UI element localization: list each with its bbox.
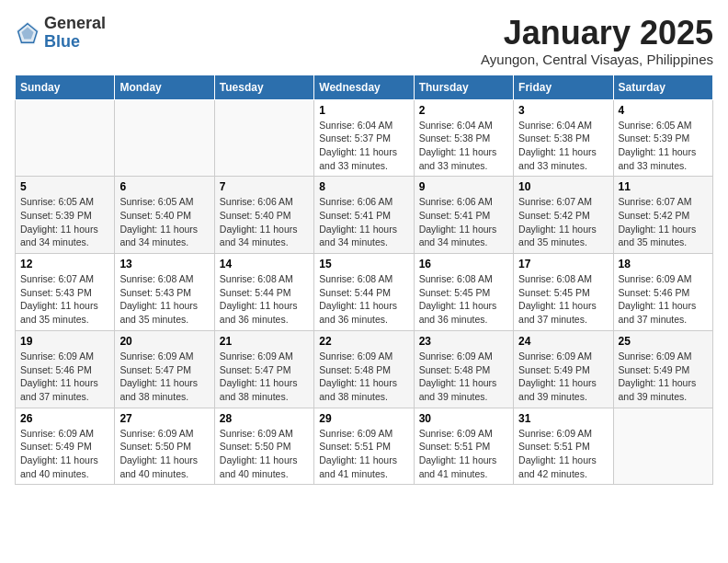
day-number: 4 (619, 104, 708, 117)
day-info: Sunrise: 6:09 AM Sunset: 5:46 PM Dayligh… (20, 350, 109, 404)
calendar-cell: 25Sunrise: 6:09 AM Sunset: 5:49 PM Dayli… (613, 330, 712, 408)
day-header-saturday: Saturday (613, 75, 712, 99)
day-info: Sunrise: 6:08 AM Sunset: 5:44 PM Dayligh… (319, 272, 408, 327)
day-number: 10 (518, 180, 608, 193)
week-row-1: 1Sunrise: 6:04 AM Sunset: 5:37 PM Daylig… (16, 99, 713, 177)
calendar-cell: 30Sunrise: 6:09 AM Sunset: 5:51 PM Dayli… (414, 408, 513, 485)
day-number: 26 (20, 412, 109, 425)
day-number: 28 (220, 412, 309, 425)
day-info: Sunrise: 6:08 AM Sunset: 5:43 PM Dayligh… (119, 272, 209, 327)
week-row-2: 5Sunrise: 6:05 AM Sunset: 5:39 PM Daylig… (16, 177, 713, 254)
calendar-cell: 22Sunrise: 6:09 AM Sunset: 5:48 PM Dayli… (314, 330, 414, 408)
logo-blue-label: Blue (44, 33, 106, 52)
day-number: 9 (419, 180, 508, 193)
title-block: January 2025 Ayungon, Central Visayas, P… (481, 15, 713, 67)
calendar-cell: 23Sunrise: 6:09 AM Sunset: 5:48 PM Dayli… (414, 330, 513, 408)
day-info: Sunrise: 6:09 AM Sunset: 5:49 PM Dayligh… (518, 350, 608, 404)
day-number: 21 (220, 335, 309, 348)
day-info: Sunrise: 6:05 AM Sunset: 5:39 PM Dayligh… (619, 119, 708, 173)
day-info: Sunrise: 6:07 AM Sunset: 5:42 PM Dayligh… (518, 195, 608, 249)
month-title: January 2025 (481, 15, 713, 52)
calendar-cell: 31Sunrise: 6:09 AM Sunset: 5:51 PM Dayli… (514, 408, 613, 485)
calendar-cell: 3Sunrise: 6:04 AM Sunset: 5:38 PM Daylig… (514, 99, 613, 177)
calendar-header: SundayMondayTuesdayWednesdayThursdayFrid… (16, 75, 713, 99)
day-header-friday: Friday (514, 75, 613, 99)
day-info: Sunrise: 6:06 AM Sunset: 5:41 PM Dayligh… (319, 195, 408, 249)
location-title: Ayungon, Central Visayas, Philippines (481, 52, 713, 67)
week-row-3: 12Sunrise: 6:07 AM Sunset: 5:43 PM Dayli… (16, 254, 713, 331)
calendar-cell: 19Sunrise: 6:09 AM Sunset: 5:46 PM Dayli… (16, 330, 115, 408)
calendar-cell: 5Sunrise: 6:05 AM Sunset: 5:39 PM Daylig… (16, 177, 115, 254)
calendar-cell: 1Sunrise: 6:04 AM Sunset: 5:37 PM Daylig… (314, 99, 414, 177)
day-header-tuesday: Tuesday (214, 75, 313, 99)
calendar-cell: 18Sunrise: 6:09 AM Sunset: 5:46 PM Dayli… (613, 254, 712, 331)
day-number: 30 (419, 412, 508, 425)
calendar-cell: 10Sunrise: 6:07 AM Sunset: 5:42 PM Dayli… (514, 177, 613, 254)
day-header-monday: Monday (115, 75, 214, 99)
calendar-cell: 27Sunrise: 6:09 AM Sunset: 5:50 PM Dayli… (115, 408, 214, 485)
day-info: Sunrise: 6:09 AM Sunset: 5:48 PM Dayligh… (319, 350, 408, 404)
calendar-cell: 6Sunrise: 6:05 AM Sunset: 5:40 PM Daylig… (115, 177, 214, 254)
calendar-cell: 20Sunrise: 6:09 AM Sunset: 5:47 PM Dayli… (115, 330, 214, 408)
calendar-cell: 9Sunrise: 6:06 AM Sunset: 5:41 PM Daylig… (414, 177, 513, 254)
day-info: Sunrise: 6:04 AM Sunset: 5:37 PM Dayligh… (319, 119, 408, 173)
header-row: SundayMondayTuesdayWednesdayThursdayFrid… (16, 75, 713, 99)
week-row-5: 26Sunrise: 6:09 AM Sunset: 5:49 PM Dayli… (16, 408, 713, 485)
day-info: Sunrise: 6:09 AM Sunset: 5:46 PM Dayligh… (619, 272, 708, 327)
day-number: 6 (119, 180, 209, 193)
day-number: 13 (119, 258, 209, 270)
calendar-cell (214, 99, 313, 177)
day-header-wednesday: Wednesday (314, 75, 414, 99)
day-number: 3 (518, 104, 608, 117)
calendar-cell: 2Sunrise: 6:04 AM Sunset: 5:38 PM Daylig… (414, 99, 513, 177)
calendar-cell: 17Sunrise: 6:08 AM Sunset: 5:45 PM Dayli… (514, 254, 613, 331)
week-row-4: 19Sunrise: 6:09 AM Sunset: 5:46 PM Dayli… (16, 330, 713, 408)
calendar-cell: 15Sunrise: 6:08 AM Sunset: 5:44 PM Dayli… (314, 254, 414, 331)
day-info: Sunrise: 6:09 AM Sunset: 5:49 PM Dayligh… (619, 350, 708, 404)
calendar-cell (16, 99, 115, 177)
day-info: Sunrise: 6:08 AM Sunset: 5:44 PM Dayligh… (220, 272, 309, 327)
day-info: Sunrise: 6:06 AM Sunset: 5:41 PM Dayligh… (419, 195, 508, 249)
calendar-cell (613, 408, 712, 485)
day-info: Sunrise: 6:09 AM Sunset: 5:48 PM Dayligh… (419, 350, 508, 404)
calendar-cell: 11Sunrise: 6:07 AM Sunset: 5:42 PM Dayli… (613, 177, 712, 254)
day-info: Sunrise: 6:05 AM Sunset: 5:40 PM Dayligh… (119, 195, 209, 249)
day-info: Sunrise: 6:07 AM Sunset: 5:43 PM Dayligh… (20, 272, 109, 327)
logo-icon (15, 20, 40, 46)
day-info: Sunrise: 6:04 AM Sunset: 5:38 PM Dayligh… (419, 119, 508, 173)
day-info: Sunrise: 6:05 AM Sunset: 5:39 PM Dayligh… (20, 195, 109, 249)
day-number: 12 (20, 258, 109, 270)
day-info: Sunrise: 6:06 AM Sunset: 5:40 PM Dayligh… (220, 195, 309, 249)
day-number: 7 (220, 180, 309, 193)
calendar-cell: 13Sunrise: 6:08 AM Sunset: 5:43 PM Dayli… (115, 254, 214, 331)
calendar-cell: 16Sunrise: 6:08 AM Sunset: 5:45 PM Dayli… (414, 254, 513, 331)
day-number: 23 (419, 335, 508, 348)
day-number: 29 (319, 412, 408, 425)
day-number: 17 (518, 258, 608, 270)
logo-text: General Blue (44, 15, 106, 52)
calendar-cell: 21Sunrise: 6:09 AM Sunset: 5:47 PM Dayli… (214, 330, 313, 408)
day-info: Sunrise: 6:09 AM Sunset: 5:47 PM Dayligh… (220, 350, 309, 404)
calendar-cell: 26Sunrise: 6:09 AM Sunset: 5:49 PM Dayli… (16, 408, 115, 485)
day-info: Sunrise: 6:09 AM Sunset: 5:51 PM Dayligh… (419, 427, 508, 481)
day-info: Sunrise: 6:07 AM Sunset: 5:42 PM Dayligh… (619, 195, 708, 249)
calendar-cell: 12Sunrise: 6:07 AM Sunset: 5:43 PM Dayli… (16, 254, 115, 331)
calendar-cell: 24Sunrise: 6:09 AM Sunset: 5:49 PM Dayli… (514, 330, 613, 408)
calendar-table: SundayMondayTuesdayWednesdayThursdayFrid… (15, 75, 713, 486)
day-number: 31 (518, 412, 608, 425)
day-info: Sunrise: 6:09 AM Sunset: 5:47 PM Dayligh… (119, 350, 209, 404)
day-info: Sunrise: 6:09 AM Sunset: 5:51 PM Dayligh… (319, 427, 408, 481)
day-info: Sunrise: 6:09 AM Sunset: 5:50 PM Dayligh… (220, 427, 309, 481)
day-header-sunday: Sunday (16, 75, 115, 99)
calendar-cell: 4Sunrise: 6:05 AM Sunset: 5:39 PM Daylig… (613, 99, 712, 177)
day-number: 24 (518, 335, 608, 348)
page-header: General Blue January 2025 Ayungon, Centr… (15, 15, 713, 67)
day-info: Sunrise: 6:09 AM Sunset: 5:49 PM Dayligh… (20, 427, 109, 481)
calendar-cell: 29Sunrise: 6:09 AM Sunset: 5:51 PM Dayli… (314, 408, 414, 485)
day-number: 2 (419, 104, 508, 117)
day-info: Sunrise: 6:04 AM Sunset: 5:38 PM Dayligh… (518, 119, 608, 173)
calendar-cell: 28Sunrise: 6:09 AM Sunset: 5:50 PM Dayli… (214, 408, 313, 485)
day-number: 25 (619, 335, 708, 348)
day-number: 27 (119, 412, 209, 425)
calendar-cell (115, 99, 214, 177)
